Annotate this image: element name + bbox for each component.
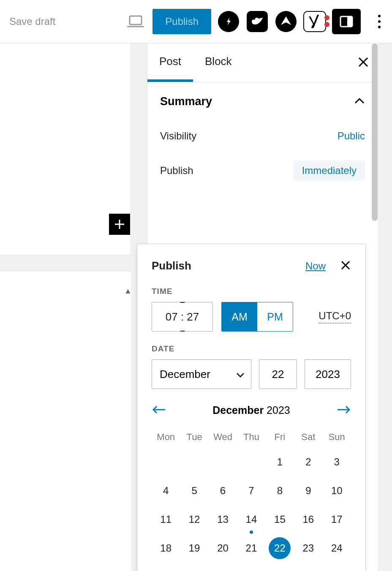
calendar-day[interactable]: 17 [323,505,351,534]
pm-button[interactable]: PM [257,302,293,331]
calendar-day[interactable]: 6 [209,476,237,505]
calendar-day[interactable]: 25 [152,563,180,571]
publish-datetime-popover: Publish Now TIME 07 : 27 AM PM UTC+0 DAT… [137,244,366,571]
month-value: December [160,368,210,381]
preview-icon[interactable] [127,15,144,28]
close-popover-icon[interactable] [340,260,351,272]
hour-value: 07 [166,310,178,324]
calendar-day[interactable]: 16 [294,505,322,534]
time-label: TIME [152,287,351,296]
weekday-header: Fri [266,427,294,448]
chevron-down-icon [236,368,245,381]
tab-post[interactable]: Post [147,44,193,82]
tab-block[interactable]: Block [193,44,244,82]
calendar-empty-cell [152,448,180,476]
summary-heading: Summary [160,95,212,108]
weekday-header: Sat [294,427,322,448]
calendar-day[interactable]: 13 [209,505,237,534]
time-colon: : [178,310,187,324]
calendar-day[interactable]: 28 [237,563,265,571]
calendar-day[interactable]: 8 [266,476,294,505]
calendar-day[interactable]: 22 [266,534,294,563]
next-month-button[interactable] [337,405,351,416]
year-input[interactable]: 2023 [305,359,351,389]
calendar-month-title: December 2023 [212,404,290,416]
calendar-nav: December 2023 [152,404,351,416]
now-link[interactable]: Now [305,260,326,272]
calendar-day[interactable]: 31 [323,563,351,571]
minute-value: 27 [187,310,199,324]
weekday-header: Mon [152,427,180,448]
settings-panel-toggle[interactable] [332,9,361,34]
calendar-day[interactable]: 14 [237,505,265,534]
calendar-day[interactable]: 1 [266,448,294,476]
plugin-icon-3[interactable] [275,10,297,33]
calendar-month-name: December [212,404,264,416]
save-draft-button[interactable]: Save draft [9,16,55,27]
calendar-grid: MonTueWedThuFriSatSun 123456789101112131… [152,427,351,571]
calendar-empty-cell [237,448,265,476]
more-options-icon[interactable] [371,15,388,28]
calendar-day[interactable]: 20 [209,534,237,563]
calendar-day[interactable]: 30 [294,563,322,571]
visibility-value[interactable]: Public [338,130,365,142]
calendar-day[interactable]: 12 [180,505,208,534]
calendar-day[interactable]: 19 [180,534,208,563]
weekday-header: Sun [323,427,351,448]
calendar-day[interactable]: 2 [294,448,322,476]
calendar-year: 2023 [267,404,290,416]
svg-rect-0 [130,16,142,24]
plugin-icon-1[interactable] [217,10,240,33]
calendar-day[interactable]: 29 [266,563,294,571]
calendar-day[interactable]: 24 [323,534,351,563]
calendar-day[interactable]: 4 [152,476,180,505]
visibility-row: Visibility Public [160,121,365,151]
calendar-empty-cell [209,448,237,476]
weekday-header: Wed [209,427,237,448]
summary-section-toggle[interactable]: Summary [147,82,378,116]
timezone-label[interactable]: UTC+0 [318,310,351,324]
publish-button[interactable]: Publish [152,9,211,34]
notification-dots-icon [324,15,329,29]
prev-month-button[interactable] [152,405,166,416]
publish-label: Publish [160,165,193,177]
weekday-header: Thu [237,427,265,448]
ampm-toggle: AM PM [221,302,293,332]
calendar-day[interactable]: 3 [323,448,351,476]
editor-canvas-lower[interactable] [0,272,131,571]
calendar-day[interactable]: 23 [294,534,322,563]
calendar-day[interactable]: 10 [323,476,351,505]
year-value: 2023 [316,368,340,381]
collapse-arrow-icon[interactable]: ▲ [124,287,132,296]
publish-row: Publish Immediately [160,151,365,190]
calendar-day[interactable]: 15 [266,505,294,534]
editor-area: ▲ Post Block Summary Visibility Public P… [0,43,392,571]
time-input[interactable]: 07 : 27 [152,302,213,332]
summary-rows: Visibility Public Publish Immediately [147,116,378,207]
day-value: 22 [272,368,284,381]
close-sidebar-icon[interactable] [357,56,369,70]
calendar-day[interactable]: 26 [180,563,208,571]
calendar-empty-cell [180,448,208,476]
add-block-button[interactable] [109,214,130,235]
am-button[interactable]: AM [222,302,257,331]
day-input[interactable]: 22 [259,359,297,389]
month-select[interactable]: December [152,359,251,389]
calendar-day[interactable]: 9 [294,476,322,505]
plugin-icon-2[interactable] [246,10,269,33]
chevron-up-icon [354,98,365,106]
svg-rect-3 [347,16,352,27]
yoast-icon[interactable] [303,10,326,33]
calendar-day[interactable]: 7 [237,476,265,505]
calendar-day[interactable]: 5 [180,476,208,505]
calendar-day[interactable]: 21 [237,534,265,563]
date-label: DATE [152,344,351,353]
scrollbar[interactable] [372,44,378,221]
visibility-label: Visibility [160,130,196,142]
calendar-day[interactable]: 11 [152,505,180,534]
publish-value[interactable]: Immediately [294,160,365,181]
sidebar-tabs: Post Block [147,44,378,82]
calendar-day[interactable]: 27 [209,563,237,571]
popover-title: Publish [152,259,191,272]
calendar-day[interactable]: 18 [152,534,180,563]
